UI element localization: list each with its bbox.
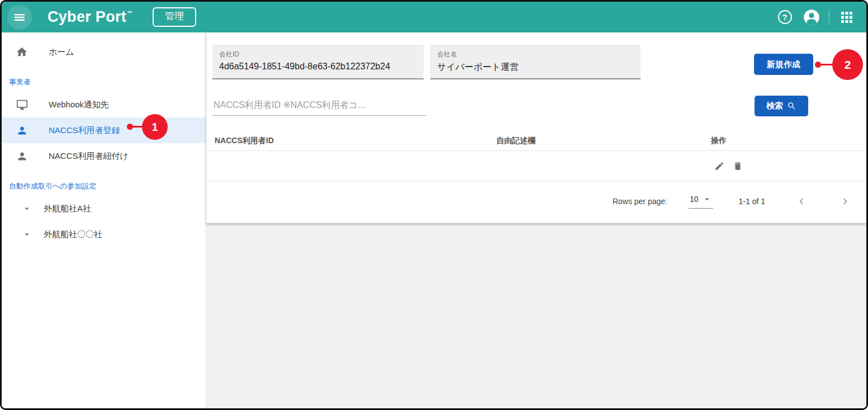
top-app-bar: Cyber Port™ 管理 ?: [2, 2, 866, 32]
account-button[interactable]: [801, 7, 822, 28]
sidebar-item-naccs-link[interactable]: NACCS利用者紐付け: [2, 143, 206, 169]
callout-1-dot: [127, 124, 133, 130]
sidebar-item-webhook[interactable]: Webhook通知先: [2, 92, 206, 117]
company-id-label: 会社ID: [219, 50, 417, 59]
help-icon: ?: [778, 10, 792, 24]
app-window: Cyber Port™ 管理 ?: [0, 0, 868, 410]
sidebar-section-business: 事業者: [2, 77, 206, 87]
admin-mode-badge: 管理: [153, 7, 196, 26]
cyberport-logo: Cyber Port™: [48, 8, 132, 26]
pencil-icon: [714, 161, 724, 171]
company-id-value: 4d6a5149-1851-49bd-8e63-62b122372b24: [219, 62, 417, 72]
sidebar-item-label: NACCS利用者紐付け: [49, 151, 129, 162]
sidebar-section-auto-trade: 自動作成取引への参加設定: [2, 181, 206, 191]
monitor-icon: [15, 99, 29, 111]
callout-2-badge: 2: [832, 49, 863, 80]
home-icon: [15, 46, 29, 58]
chevron-left-icon: [795, 195, 808, 208]
logo-text: Cyber Port: [48, 8, 126, 26]
delete-button[interactable]: [732, 160, 744, 172]
callout-1-badge: 1: [142, 114, 168, 140]
tree-item-label: 外航船社〇〇社: [44, 229, 102, 240]
trash-icon: [733, 161, 743, 171]
company-name-field[interactable]: 会社名 サイバーポート運営: [430, 45, 641, 79]
apps-grid-icon: [840, 11, 853, 24]
search-button[interactable]: 検索: [755, 96, 808, 116]
chevron-right-icon: [839, 195, 851, 208]
topbar-divider: [829, 10, 829, 25]
body: ホーム 事業者 Webhook通知先 NACCS利用者登録 NACCS利用: [2, 32, 866, 408]
sidebar-item-company-a[interactable]: 外航船社A社: [2, 196, 206, 222]
help-button[interactable]: ?: [774, 7, 795, 28]
naccs-user-card: 会社ID 4d6a5149-1851-49bd-8e63-62b122372b2…: [206, 32, 866, 223]
cell-actions: [711, 160, 866, 172]
rows-per-page-value: 10: [690, 195, 699, 204]
create-new-button[interactable]: 新規作成: [754, 54, 813, 75]
sidebar-item-label: ホーム: [49, 47, 74, 58]
person-icon: [15, 125, 29, 136]
company-name-value: サイバーポート運営: [437, 62, 634, 73]
table-header-row: NACCS利用者ID 自由記述欄 操作: [206, 131, 866, 151]
chevron-down-icon: [22, 204, 32, 214]
search-icon: [787, 101, 796, 111]
apps-grid-button[interactable]: [836, 7, 857, 28]
table-row: [206, 151, 866, 181]
sidebar: ホーム 事業者 Webhook通知先 NACCS利用者登録 NACCS利用: [2, 32, 206, 408]
edit-button[interactable]: [713, 160, 725, 172]
rows-per-page-label: Rows per page:: [613, 197, 667, 206]
tree-item-label: 外航船社A社: [44, 204, 91, 214]
table-pagination: Rows per page: 10 1-1 of 1: [206, 181, 866, 222]
previous-page-button[interactable]: [794, 194, 809, 209]
pagination-range: 1-1 of 1: [739, 197, 765, 206]
hamburger-icon: [13, 11, 26, 24]
next-page-button[interactable]: [838, 194, 852, 209]
account-icon: [803, 9, 820, 26]
sidebar-item-company-oo[interactable]: 外航船社〇〇社: [2, 222, 206, 247]
table-header-free-text: 自由記述欄: [321, 136, 711, 146]
search-button-label: 検索: [766, 101, 783, 111]
menu-button[interactable]: [7, 5, 32, 30]
rows-per-page-select[interactable]: 10: [689, 194, 713, 209]
logo-trademark: ™: [127, 10, 132, 16]
sidebar-item-home[interactable]: ホーム: [2, 39, 206, 65]
company-id-field[interactable]: 会社ID 4d6a5149-1851-49bd-8e63-62b122372b2…: [212, 45, 424, 79]
chevron-down-icon: [22, 229, 32, 239]
company-name-label: 会社名: [437, 50, 634, 59]
naccs-user-id-input[interactable]: [212, 97, 426, 116]
chevron-down-icon: [702, 194, 712, 204]
table-header-naccs-id: NACCS利用者ID: [215, 136, 321, 146]
callout-2-dot: [815, 62, 821, 68]
sidebar-item-label: NACCS利用者登録: [49, 125, 120, 136]
main-content: 会社ID 4d6a5149-1851-49bd-8e63-62b122372b2…: [206, 32, 866, 408]
naccs-user-table: NACCS利用者ID 自由記述欄 操作: [206, 131, 866, 222]
sidebar-item-label: Webhook通知先: [49, 100, 109, 110]
sidebar-item-naccs-register[interactable]: NACCS利用者登録: [2, 117, 206, 143]
table-header-actions: 操作: [711, 136, 866, 146]
person-icon: [15, 150, 29, 162]
